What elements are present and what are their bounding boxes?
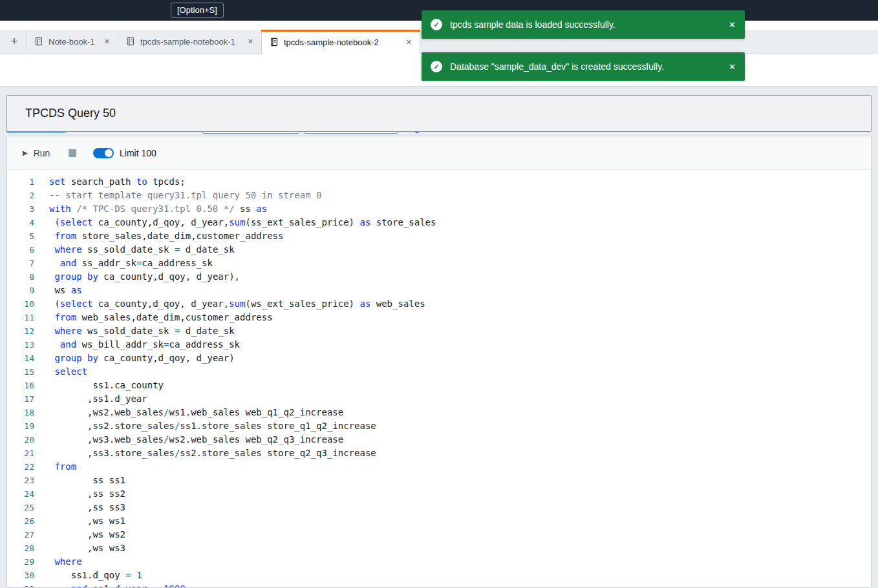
code-text: ,ws ws3 [49,541,125,555]
code-text: from store_sales,date_dim,customer_addre… [49,229,283,243]
line-number: 20 [7,433,34,446]
close-tab-icon[interactable]: ✕ [248,37,253,46]
line-number: 31 [7,582,34,588]
code-line[interactable]: 21 ,ss3.store_sales/ss2.store_sales stor… [7,446,871,460]
line-number: 5 [7,229,34,243]
code-line[interactable]: 12 where ws_sold_date_sk = d_date_sk [7,324,871,338]
code-text: ,ss3.store_sales/ss2.store_sales store_q… [49,446,376,460]
toast-close-icon[interactable]: ✕ [729,62,736,72]
code-line[interactable]: 13 and ws_bill_addr_sk=ca_address_sk [7,338,871,352]
code-line[interactable]: 27 ,ws ws2 [7,528,871,541]
code-line[interactable]: 11 from web_sales,date_dim,customer_addr… [7,311,871,324]
tab-tpcds-sample-notebook-1[interactable]: tpcds-sample-notebook-1 ✕ [118,30,262,53]
markdown-cell-title: TPCDS Query 50 [7,96,871,131]
code-line[interactable]: 16 ss1.ca_county [7,379,871,392]
code-line[interactable]: 7 and ss_addr_sk=ca_address_sk [7,257,871,270]
cell-stop-icon[interactable] [69,149,76,157]
line-number: 14 [7,352,34,365]
code-line[interactable]: 29 where [7,555,871,569]
code-text: select [49,365,87,379]
code-text: (select ca_county,d_qoy, d_year,sum(ws_e… [49,297,425,311]
code-line[interactable]: 5 from store_sales,date_dim,customer_add… [7,229,871,243]
code-text: where [49,555,82,569]
line-number: 10 [7,297,34,311]
code-text: group by ca_county,d_qoy, d_year) [49,352,235,365]
code-line[interactable]: 30 ss1.d_qoy = 1 [7,569,871,582]
code-line[interactable]: 23 ss ss1 [7,474,871,487]
code-line[interactable]: 15 select [7,365,871,379]
code-text: where ss_sold_date_sk = d_date_sk [49,243,235,257]
line-number: 13 [7,338,34,352]
code-text: ss ss1 [49,474,125,487]
line-number: 3 [7,202,34,216]
code-line[interactable]: 31 and ss1.d_year = 1998 [7,582,871,588]
line-number: 17 [7,392,34,406]
toast-success-data-loaded: ✓ tpcds sample data is loaded successful… [422,10,745,39]
add-tab-button[interactable]: + [8,35,21,48]
markdown-cell[interactable]: TPCDS Query 50 [6,95,872,132]
code-text: and ss_addr_sk=ca_address_sk [49,257,213,270]
code-line[interactable]: 9 ws as [7,284,871,297]
code-line[interactable]: 6 where ss_sold_date_sk = d_date_sk [7,243,871,257]
line-number: 6 [7,243,34,257]
line-number: 23 [7,474,34,487]
line-number: 15 [7,365,34,379]
code-text: -- start template query31.tpl query 50 i… [49,189,321,202]
code-line[interactable]: 2-- start template query31.tpl query 50 … [7,189,871,202]
limit-toggle[interactable] [93,148,114,158]
code-line[interactable]: 19 ,ss2.store_sales/ss1.store_sales stor… [7,419,871,433]
code-line[interactable]: 8 group by ca_county,d_qoy, d_year), [7,270,871,284]
tab-label: tpcds-sample-notebook-1 [140,37,240,47]
line-number: 26 [7,514,34,528]
code-line[interactable]: 17 ,ss1.d_year [7,392,871,406]
code-line[interactable]: 14 group by ca_county,d_qoy, d_year) [7,352,871,365]
close-tab-icon[interactable]: ✕ [406,38,412,47]
code-text: ss1.ca_county [49,379,164,392]
toast-message: Database "sample_data_dev" is created su… [450,61,721,72]
line-number: 11 [7,311,34,324]
tab-tpcds-sample-notebook-2[interactable]: tpcds-sample-notebook-2 ✕ [262,30,420,54]
code-text: set search_path to tpcds; [49,175,186,189]
code-line[interactable]: 25 ,ss ss3 [7,501,871,514]
code-text: ss1.d_qoy = 1 [49,569,142,582]
code-line[interactable]: 1set search_path to tpcds; [7,175,871,189]
code-line[interactable]: 22 from [7,460,871,474]
code-text: (select ca_county,d_qoy, d_year,sum(ss_e… [49,216,436,229]
code-text: ws as [49,284,82,297]
sql-editor[interactable]: 1set search_path to tpcds;2-- start temp… [7,170,871,588]
cell-run-button[interactable]: ▶ Run [23,145,50,161]
toast-close-icon[interactable]: ✕ [729,20,736,30]
line-number: 9 [7,284,34,297]
code-line[interactable]: 18 ,ws2.web_sales/ws1.web_sales web_q1_q… [7,406,871,419]
line-number: 4 [7,216,34,229]
code-text: ,ss1.d_year [49,392,147,406]
toggle-knob [105,149,112,157]
code-text: group by ca_county,d_qoy, d_year), [49,270,240,284]
code-line[interactable]: 3with /* TPC-DS query31.tpl 0.50 */ ss a… [7,202,871,216]
code-text: and ss1.d_year = 1998 [49,582,186,588]
code-line[interactable]: 24 ,ss ss2 [7,487,871,501]
play-icon: ▶ [23,150,28,156]
close-tab-icon[interactable]: ✕ [104,37,110,46]
code-line[interactable]: 20 ,ws3.web_sales/ws2.web_sales web_q2_q… [7,433,871,446]
code-line[interactable]: 28 ,ws ws3 [7,541,871,555]
code-line[interactable]: 26 ,ws ws1 [7,514,871,528]
tab-note-book-1[interactable]: Note-book-1 ✕ [26,30,118,53]
code-line[interactable]: 4 (select ca_county,d_qoy, d_year,sum(ss… [7,216,871,229]
line-number: 16 [7,379,34,392]
code-text: ,ss ss3 [49,501,125,514]
cell-run-label: Run [34,148,50,158]
notebook-icon [34,37,43,46]
code-line[interactable]: 10 (select ca_county,d_qoy, d_year,sum(w… [7,297,871,311]
keyboard-shortcut-hint: [Option+S] [171,3,224,18]
line-number: 12 [7,324,34,338]
limit-label: Limit 100 [120,148,156,158]
notebook-icon [270,37,279,47]
code-text: from web_sales,date_dim,customer_address [49,311,273,324]
line-number: 29 [7,555,34,569]
code-text: with /* TPC-DS query31.tpl 0.50 */ ss as [49,202,267,216]
code-text: ,ss2.store_sales/ss1.store_sales store_q… [49,419,376,433]
code-text: ,ss ss2 [49,487,125,501]
success-check-icon: ✓ [431,19,442,30]
line-number: 30 [7,569,34,582]
